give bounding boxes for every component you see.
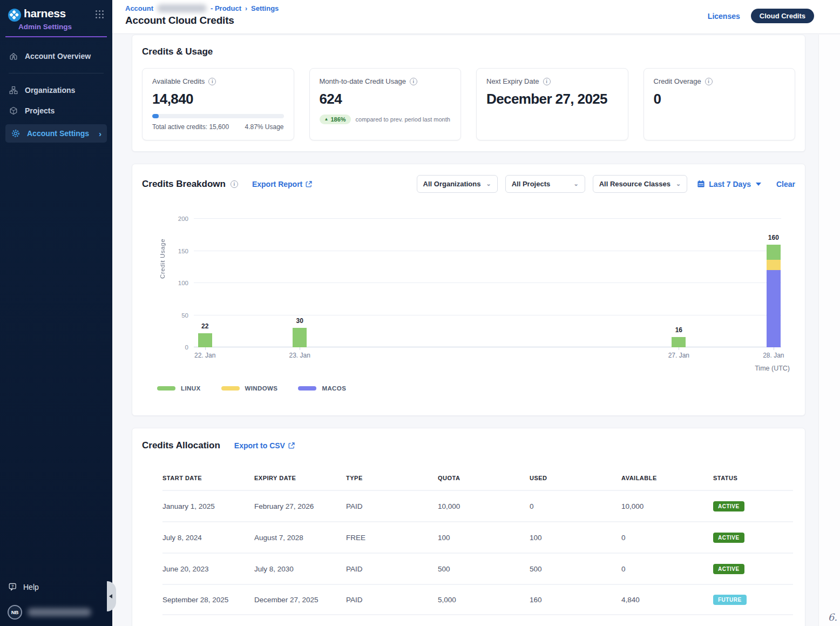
cell-available: 0 [621,534,713,542]
bar-23-jan[interactable] [293,328,307,347]
cell-used: 500 [530,565,621,573]
cell-used: 160 [530,596,621,604]
date-range-value: Last 7 Days [709,180,751,189]
cell-quota: 5,000 [438,596,530,604]
cell-type: PAID [346,502,438,510]
sidebar-item-label: Account Settings [27,129,89,138]
bar-segment-linux[interactable] [198,333,212,347]
next-expiry-label: Next Expiry Date [486,77,539,85]
cell-quota: 100 [438,534,530,542]
legend-swatch [157,386,175,391]
table-row[interactable]: September 28, 2025December 27, 2025PAID5… [162,584,793,615]
organizations-dropdown[interactable]: All Organizations ⌄ [417,175,498,193]
clear-filters-link[interactable]: Clear [776,180,795,189]
cell-type: PAID [346,565,438,573]
status-badge: ACTIVE [713,501,744,511]
y-tick-label: 0 [167,344,188,351]
info-icon[interactable] [231,180,238,188]
cloud-credits-button[interactable]: Cloud Credits [751,9,814,23]
bar-22-jan[interactable] [198,333,212,347]
credits-breakdown-panel: Credits Breakdown Export Report All Orga… [132,164,805,416]
mtd-usage-value: 624 [320,90,451,108]
date-range-picker[interactable]: Last 7 Days [697,180,761,189]
help-button[interactable]: ? Help [8,582,105,592]
help-label: Help [23,583,39,591]
cell-available: 4,840 [621,596,713,604]
sidebar-item-account-settings[interactable]: Account Settings › [5,124,107,143]
usage-percent-text: 4.87% Usage [245,123,283,131]
chart-y-axis-label: Credit Usage [159,226,166,291]
legend-item-windows[interactable]: WINDOWS [221,385,278,392]
credits-allocation-panel: Credits Allocation Export to CSV START D… [132,428,805,626]
bar-segment-windows[interactable] [767,260,781,270]
table-row[interactable]: July 8, 2024August 7, 2028FREE1001000ACT… [162,521,793,553]
x-tick [300,347,300,350]
bar-segment-macos[interactable] [767,270,781,347]
breadcrumb-settings-link[interactable]: Settings [251,4,279,12]
legend-item-macos[interactable]: MACOS [298,385,346,392]
cell-used: 100 [530,534,621,542]
harness-logo-icon [8,8,22,22]
user-row[interactable]: NB [8,605,105,620]
info-icon[interactable] [410,78,417,85]
bar-segment-linux[interactable] [767,245,781,260]
gridline [194,251,781,251]
cell-used: 0 [530,502,621,510]
legend-label: MACOS [322,385,346,392]
export-csv-link[interactable]: Export to CSV [234,441,295,450]
credits-breakdown-title: Credits Breakdown [142,179,226,190]
bar-value-label: 30 [283,317,316,325]
status-badge: ACTIVE [713,533,744,543]
page-header: Account - Product › Settings Account Clo… [112,0,840,34]
avatar[interactable]: NB [8,605,22,620]
app-grid-icon[interactable] [96,10,104,18]
scroll-gutter[interactable] [818,35,840,626]
resource-classes-dropdown-value: All Resource Classes [599,180,670,188]
sidebar-item-account-overview[interactable]: Account Overview [0,46,112,66]
sidebar-item-projects[interactable]: Projects [0,100,112,121]
export-report-link[interactable]: Export Report [252,180,312,189]
breadcrumb-account-link[interactable]: Account [125,4,153,12]
chevron-down-icon: ⌄ [676,180,681,187]
x-tick-label: 28. Jan [752,352,795,359]
bar-segment-linux[interactable] [293,328,307,347]
table-row[interactable]: June 20, 2023July 8, 2030PAID5005000ACTI… [162,553,793,584]
credits-progress-bar [152,114,284,118]
bar-segment-linux[interactable] [672,337,686,347]
projects-dropdown[interactable]: All Projects ⌄ [505,175,585,193]
legend-item-linux[interactable]: LINUX [157,385,201,392]
available-credits-value: 14,840 [152,90,284,108]
gear-icon [11,129,21,138]
credits-usage-panel: Credits & Usage Available Credits 14,840… [132,35,805,152]
bar-27-jan[interactable] [672,337,686,347]
next-expiry-value: December 27, 2025 [486,90,618,108]
sidebar-item-organizations[interactable]: Organizations [0,80,112,100]
sidebar-collapse-handle[interactable] [107,581,116,611]
sidebar-item-label: Account Overview [25,52,91,60]
info-icon[interactable] [208,78,216,85]
bar-28-jan[interactable] [767,245,781,347]
cell-available: 10,000 [621,502,713,510]
cell-quota: 10,000 [438,502,530,510]
caret-down-icon [756,183,761,186]
bar-value-label: 16 [662,326,695,334]
column-header: START DATE [162,475,254,481]
info-icon[interactable] [543,78,551,85]
breadcrumb-product-link[interactable]: - Product [211,4,241,12]
external-link-icon [306,181,312,187]
info-icon[interactable] [705,78,713,85]
gridline [194,218,781,219]
table-row[interactable]: January 1, 2025February 27, 2026PAID10,0… [162,490,793,521]
resource-classes-dropdown[interactable]: All Resource Classes ⌄ [593,175,687,193]
column-header: STATUS [713,475,783,481]
credit-overage-card: Credit Overage 0 [643,68,796,140]
cell-expiry: July 8, 2030 [254,565,346,573]
x-tick-label: 23. Jan [278,352,321,359]
delta-badge: ▲186% [320,115,351,124]
y-tick-label: 200 [167,216,188,222]
column-header: QUOTA [438,475,530,481]
licenses-link[interactable]: Licenses [708,12,740,21]
brand-name: harness [24,7,66,20]
chevron-down-icon: ⌄ [486,180,491,187]
svg-text:?: ? [11,584,14,589]
